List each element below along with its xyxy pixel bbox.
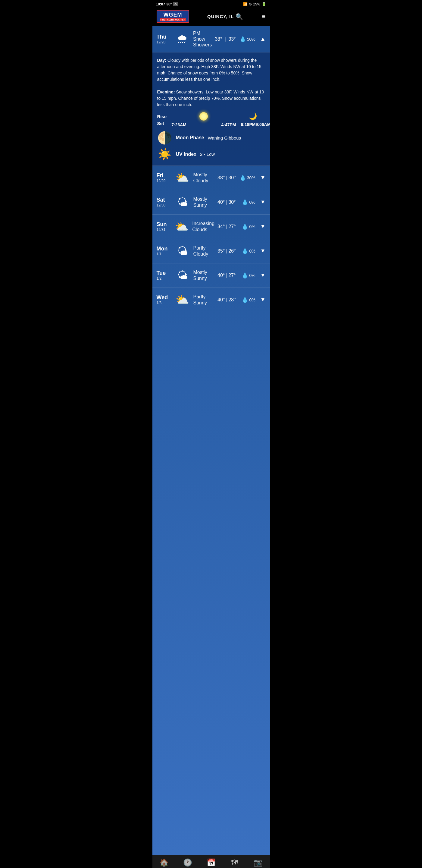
day-row-sat[interactable]: Sat 12/30 🌤 Mostly Sunny 40°|30° 💧 0% ▼ [153, 190, 270, 215]
thu-temps: 38° | 33° [215, 36, 235, 42]
temps-1: 40°|30° [218, 199, 236, 205]
chevron-1[interactable]: ▼ [260, 199, 266, 205]
day-row-thu[interactable]: Thu 12/28 🌨 PM Snow Showers 38° | 33° 💧 … [153, 26, 270, 53]
status-time: 10:07 [156, 2, 165, 6]
precip-drop-icon: 💧 [239, 36, 246, 42]
condition-1: Mostly Sunny [193, 196, 215, 208]
drop-icon-1: 💧 [241, 199, 248, 206]
chevron-5[interactable]: ▼ [260, 297, 266, 303]
day-label-0: Fri 12/29 [157, 173, 172, 183]
precip-1: 💧 0% [239, 199, 255, 206]
wifi-icon: 📶 [243, 2, 248, 6]
thu-chevron[interactable]: ▲ [260, 36, 266, 42]
drop-icon-0: 💧 [239, 175, 246, 181]
day-label-3: Mon 1/1 [157, 246, 172, 256]
set-label: Set [157, 121, 167, 126]
day-row-tue[interactable]: Tue 1/2 🌤 Mostly Sunny 40°|27° 💧 0% ▼ [153, 264, 270, 288]
chevron-4[interactable]: ▼ [260, 272, 266, 278]
precip-3: 💧 0% [239, 248, 255, 254]
status-icons: 📶 ⊘ 29% 🔋 [243, 2, 266, 6]
day-label-1: Sat 12/30 [157, 197, 172, 207]
chevron-3[interactable]: ▼ [260, 248, 266, 254]
nav-10day[interactable]: 📅 10-Day [202, 858, 220, 868]
status-temp: 36° [166, 2, 172, 6]
day-row-sun[interactable]: Sun 12/31 ⛅ Increasing Clouds 34°|27° 💧 … [153, 215, 270, 239]
hourly-icon: 🕐 [183, 858, 192, 867]
nav-submit[interactable]: 📷 Submit [249, 858, 267, 868]
moon-phase-row: 🌗 Moon Phase Waning Gibbous [157, 131, 265, 145]
moon-phase-value: Waning Gibbous [208, 135, 241, 141]
condition-0: Mostly Cloudy [193, 172, 215, 183]
day-label-5: Wed 1/3 [157, 294, 172, 305]
moonset-time: 9:06AM [256, 122, 270, 127]
chevron-0[interactable]: ▼ [260, 175, 266, 181]
day-description: Day: Cloudy with periods of snow showers… [157, 57, 265, 108]
tenday-icon: 📅 [207, 858, 216, 867]
location-display[interactable]: QUINCY, IL 🔍 [207, 13, 244, 20]
nav-radar[interactable]: 🗺 Radar [226, 858, 244, 868]
condition-5: Partly Sunny [193, 294, 215, 305]
status-x-icon: ✕ [173, 2, 178, 6]
condition-2: Increasing Clouds [192, 221, 215, 232]
moon-phase-icon-arc: 🌙 [249, 113, 257, 120]
nav-home[interactable]: 🏠 Home [155, 858, 173, 868]
uv-value: 2 - Low [200, 152, 215, 157]
drop-icon-2: 💧 [241, 223, 248, 230]
moonrise-time: 6:18PM [241, 122, 256, 127]
sun-section: Rise Set 7:26AM 4:47PM 🌙 [157, 112, 265, 128]
icon-1: 🌤 [175, 194, 190, 210]
radar-icon: 🗺 [231, 858, 238, 867]
icon-3: 🌤 [175, 243, 190, 259]
thu-icon: 🌨 [175, 31, 190, 47]
day-label-4: Tue 1/2 [157, 270, 172, 281]
main-content: Thu 12/28 🌨 PM Snow Showers 38° | 33° 💧 … [153, 26, 270, 855]
icon-4: 🌤 [175, 268, 190, 283]
sun-arc-area: 7:26AM 4:47PM [171, 112, 236, 128]
forecast-list: Fri 12/29 ⛅ Mostly Cloudy 38°|30° 💧 30% … [153, 166, 270, 312]
temps-5: 40°|28° [218, 297, 236, 303]
precip-5: 💧 0% [239, 297, 255, 303]
chevron-2[interactable]: ▼ [260, 223, 266, 230]
logo-subtitle: FIRST ALERT WEATHER [160, 19, 186, 21]
temps-0: 38°|30° [218, 175, 236, 181]
sun-labels: Rise Set [157, 114, 167, 126]
wgem-logo: WGEM FIRST ALERT WEATHER [157, 10, 189, 23]
rise-label: Rise [157, 114, 167, 119]
bottom-navigation: 🏠 Home 🕐 Hourly 📅 10-Day 🗺 Radar 📷 Submi… [153, 855, 270, 868]
thu-precip: 💧 50% [239, 36, 255, 42]
sunrise-time: 7:26AM [171, 122, 187, 127]
uv-sun-icon: ☀️ [157, 148, 172, 161]
precip-2: 💧 0% [239, 223, 255, 230]
precip-0: 💧 30% [239, 175, 255, 181]
day-row-wed[interactable]: Wed 1/3 ⛅ Partly Sunny 40°|28° 💧 0% ▼ [153, 288, 270, 312]
icon-0: ⛅ [175, 170, 190, 186]
nav-hourly[interactable]: 🕐 Hourly [178, 858, 197, 868]
day-row-fri[interactable]: Fri 12/29 ⛅ Mostly Cloudy 38°|30° 💧 30% … [153, 166, 270, 190]
dnd-icon: ⊘ [249, 2, 252, 6]
temps-3: 35°|26° [218, 248, 236, 254]
sunset-time: 4:47PM [221, 122, 236, 127]
temps-2: 34°|27° [218, 224, 236, 229]
icon-2: ⛅ [175, 219, 190, 235]
menu-icon[interactable]: ≡ [262, 13, 266, 21]
precip-4: 💧 0% [239, 272, 255, 279]
thu-detail-panel: Day: Cloudy with periods of snow showers… [153, 53, 270, 166]
moon-arc-area: 🌙 6:18PM 9:06AM [241, 113, 265, 127]
status-bar: 10:07 36° ✕ 📶 ⊘ 29% 🔋 [153, 0, 270, 7]
sun-circle-icon [199, 112, 208, 121]
thu-condition: PM Snow Showers [193, 30, 212, 48]
condition-3: Partly Cloudy [193, 245, 215, 256]
moon-waning-icon: 🌗 [157, 131, 172, 145]
uv-label: UV Index [176, 152, 196, 157]
icon-5: ⛅ [175, 292, 190, 308]
drop-icon-4: 💧 [241, 272, 248, 279]
day-row-mon[interactable]: Mon 1/1 🌤 Partly Cloudy 35°|26° 💧 0% ▼ [153, 239, 270, 264]
temps-4: 40°|27° [218, 273, 236, 278]
uv-index-row: ☀️ UV Index 2 - Low [157, 148, 265, 161]
day-label-2: Sun 12/31 [157, 221, 172, 232]
search-icon[interactable]: 🔍 [235, 13, 244, 20]
app-header: WGEM FIRST ALERT WEATHER QUINCY, IL 🔍 ≡ [153, 7, 270, 26]
condition-4: Mostly Sunny [193, 270, 215, 281]
battery-icon: 🔋 [262, 2, 266, 6]
location-text: QUINCY, IL [207, 14, 234, 19]
